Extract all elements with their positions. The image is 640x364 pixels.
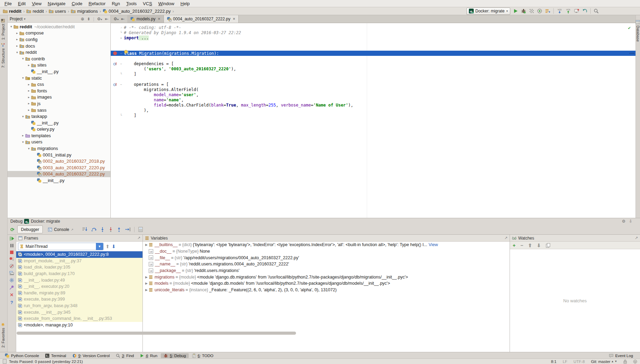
lock-icon[interactable]: [623, 360, 627, 364]
locate-file-icon[interactable]: ⊕: [81, 17, 84, 21]
view-link[interactable]: View: [429, 242, 438, 247]
stack-frame[interactable]: build_graph, loader.py:170: [16, 271, 142, 277]
tool-window-button-python-console[interactable]: Python Console: [2, 353, 42, 358]
settings-gear-icon[interactable]: [9, 278, 14, 283]
step-into-icon[interactable]: [100, 227, 105, 232]
tree-collapse-arrow[interactable]: ▾: [27, 147, 31, 150]
pin-icon[interactable]: [9, 285, 14, 290]
help-icon[interactable]: ?: [10, 300, 13, 305]
stack-frame[interactable]: execute_from_command_line, __init__.py:3…: [16, 315, 142, 322]
tool-strip-button-favorites[interactable]: 2: Favorites: [1, 323, 5, 347]
tool-window-button-4-run[interactable]: 4: Run: [137, 353, 160, 358]
git-branch[interactable]: Git: master▲▼: [591, 360, 617, 364]
menu-item-run[interactable]: Run: [109, 1, 123, 7]
show-execution-point-icon[interactable]: [82, 227, 88, 232]
migrations-list-icon[interactable]: [545, 9, 550, 13]
gear-icon[interactable]: ⚙: [622, 219, 626, 224]
breadcrumb-item[interactable]: migrations: [71, 9, 98, 14]
stack-frame[interactable]: load_disk, loader.py:105: [16, 264, 142, 271]
tree-expand-arrow[interactable]: ▸: [15, 44, 19, 48]
menu-item-edit[interactable]: Edit: [15, 1, 29, 7]
mute-breakpoints-icon[interactable]: [9, 264, 14, 269]
variable-row[interactable]: ▶__builtins__={dict}{'bytearray': <type …: [143, 242, 510, 248]
tree-item-sass[interactable]: ▸sass: [8, 107, 110, 113]
tree-item--init-py[interactable]: __init__.py: [8, 177, 110, 184]
stack-frame[interactable]: <module>, 0004_auto_20160327_2222.py:8: [16, 251, 142, 258]
tree-expand-arrow[interactable]: ▸: [27, 108, 31, 112]
tool-strip-button-database[interactable]: Database: [636, 20, 640, 42]
step-over-icon[interactable]: [91, 227, 97, 232]
tool-window-button-terminal[interactable]: Terminal: [42, 353, 69, 358]
tree-item-templates[interactable]: ▸templates: [8, 132, 110, 139]
menu-item-refactor[interactable]: Refactor: [86, 1, 109, 7]
close-tab-icon[interactable]: ×: [233, 17, 235, 21]
resume-icon[interactable]: [9, 236, 14, 241]
view-breakpoints-icon[interactable]: [9, 257, 14, 261]
run-config-select[interactable]: dj Docker: migrate ▾: [466, 8, 510, 15]
close-tab-icon[interactable]: ×: [158, 17, 160, 21]
gear-icon[interactable]: ⚙▾: [114, 17, 119, 21]
move-down-icon[interactable]: ⬇: [537, 243, 541, 248]
stop-icon[interactable]: [10, 250, 14, 254]
tree-item-css[interactable]: ▸css: [8, 81, 110, 88]
breakpoint-icon[interactable]: [111, 51, 119, 55]
intention-bulb-icon[interactable]: [124, 50, 128, 55]
fold-marker[interactable]: −: [119, 52, 123, 55]
commit-dialog-icon[interactable]: [574, 9, 579, 13]
tree-item-reddit[interactable]: ▾reddit~/cookiecutter/reddit: [8, 23, 110, 30]
stack-frame[interactable]: execute, __init__.py:345: [16, 309, 142, 315]
stack-frame[interactable]: run_from_argv, base.py:348: [16, 303, 142, 309]
variable-row[interactable]: ▶unicode_literals={instance}_Feature: _F…: [143, 287, 510, 293]
duplicate-watch-icon[interactable]: [546, 243, 550, 248]
tree-expand-arrow[interactable]: ▸: [27, 63, 31, 67]
menu-item-code[interactable]: Code: [69, 1, 86, 7]
tool-window-button-5-debug[interactable]: 5: Debug: [161, 353, 189, 358]
horizontal-scrollbar[interactable]: [17, 332, 296, 335]
tree-item-0002-auto-20160327-2018-py[interactable]: 0002_auto_20160327_2018.py: [8, 158, 110, 164]
debug-icon[interactable]: [521, 9, 526, 13]
tree-collapse-arrow[interactable]: ▾: [9, 25, 13, 28]
tree-expand-arrow[interactable]: ▸: [15, 31, 19, 35]
fold-marker[interactable]: └: [119, 72, 123, 76]
caret-position[interactable]: 8:1: [551, 360, 557, 364]
force-step-into-icon[interactable]: [108, 227, 113, 232]
tool-strip-button-structure[interactable]: 7: Structure: [1, 43, 5, 68]
gear-icon[interactable]: ⚙▾: [97, 17, 102, 21]
tree-item-contrib[interactable]: ▾contrib: [8, 55, 110, 62]
run-icon[interactable]: [513, 9, 518, 13]
expand-arrow-icon[interactable]: ▶: [144, 275, 149, 279]
thread-select[interactable]: MainThread ▼: [18, 243, 104, 250]
move-up-icon[interactable]: ⬆: [528, 243, 532, 248]
stack-frame[interactable]: __init__, loader.py:49: [16, 277, 142, 283]
stack-frame[interactable]: <module>, manage.py:10: [16, 322, 142, 328]
encoding[interactable]: UTF-8: [573, 360, 585, 364]
pause-icon[interactable]: [10, 243, 14, 248]
breadcrumb-item[interactable]: reddit: [3, 9, 21, 14]
search-everywhere-icon[interactable]: [594, 9, 599, 13]
tree-expand-arrow[interactable]: ▸: [27, 89, 31, 92]
stack-frame[interactable]: execute, base.py:399: [16, 296, 142, 303]
hide-panel-icon[interactable]: ⇤: [105, 17, 108, 21]
stack-frame[interactable]: import_module, __init__.py:37: [16, 258, 142, 264]
tree-collapse-arrow[interactable]: ▾: [21, 76, 25, 80]
tree-item-0004-auto-20160327-2222-py[interactable]: 0004_auto_20160327_2222.py: [8, 171, 110, 178]
tree-collapse-arrow[interactable]: ▾: [15, 51, 19, 54]
tree-item-celery-py[interactable]: celery.py: [8, 126, 110, 133]
menu-item-window[interactable]: Window: [155, 1, 177, 7]
evaluate-expression-icon[interactable]: [138, 227, 143, 232]
event-log-button[interactable]: Event Log: [606, 353, 636, 358]
breadcrumb-item[interactable]: users: [49, 9, 66, 14]
pin-icon[interactable]: ↗: [635, 236, 638, 240]
pin-icon[interactable]: ↗: [137, 236, 140, 240]
tree-collapse-arrow[interactable]: ▾: [21, 57, 25, 60]
vcs-commit-icon[interactable]: VCS: [565, 8, 571, 14]
menu-item-file[interactable]: File: [1, 1, 15, 7]
stack-frame[interactable]: __init__, executor.py:20: [16, 283, 142, 290]
tree-item-sites[interactable]: ▸sites: [8, 62, 110, 69]
step-out-icon[interactable]: [117, 227, 121, 232]
rerun-icon[interactable]: ⟳: [10, 227, 14, 232]
debug-tab-console[interactable]: Console↗: [44, 225, 77, 233]
line-ending[interactable]: LF: [563, 360, 567, 364]
fold-marker[interactable]: └: [119, 114, 123, 117]
tree-item--init-py[interactable]: __init__.py: [8, 120, 110, 126]
